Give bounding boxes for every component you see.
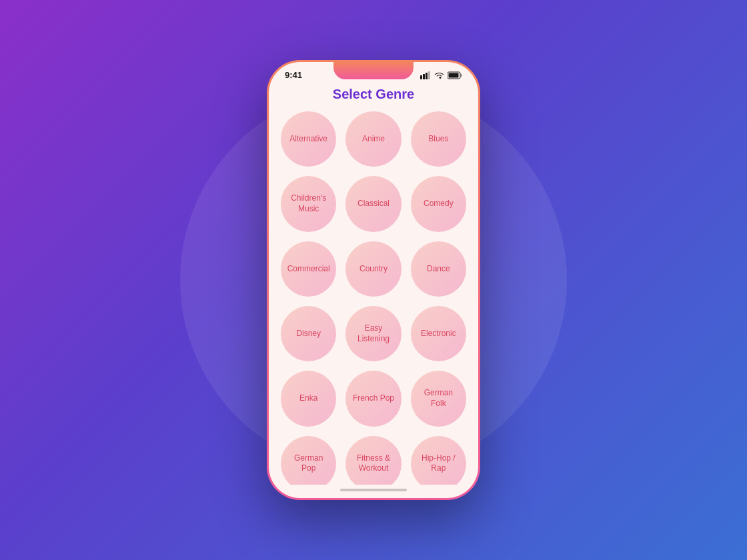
genre-item-hip-hop-rap[interactable]: Hip-Hop / Rap xyxy=(411,436,466,485)
genre-item-fitness-workout[interactable]: Fitness & Workout xyxy=(345,436,401,485)
genre-item-enka[interactable]: Enka xyxy=(281,371,336,426)
genre-item-german-pop[interactable]: German Pop xyxy=(281,436,336,485)
genre-label-classical: Classical xyxy=(357,199,390,209)
home-indicator xyxy=(340,489,407,491)
svg-rect-1 xyxy=(423,74,425,79)
genre-label-comedy: Comedy xyxy=(424,199,454,209)
genre-label-hip-hop-rap: Hip-Hop / Rap xyxy=(416,453,461,474)
genre-label-fitness-workout: Fitness & Workout xyxy=(351,453,396,474)
genre-item-german-folk[interactable]: German Folk xyxy=(411,371,466,426)
genre-label-childrens-music: Children's Music xyxy=(286,193,331,214)
status-icons xyxy=(420,71,462,79)
genre-item-classical[interactable]: Classical xyxy=(345,176,401,231)
signal-icon xyxy=(420,71,431,79)
genre-label-anime: Anime xyxy=(362,134,385,145)
genre-item-commercial[interactable]: Commercial xyxy=(281,241,336,297)
genre-label-german-pop: German Pop xyxy=(286,453,331,474)
genre-label-country: Country xyxy=(359,264,388,275)
genres-scroll-area[interactable]: AlternativeAnimeBluesChildren's MusicCla… xyxy=(269,111,478,485)
genre-label-french-pop: French Pop xyxy=(353,393,394,404)
genre-label-german-folk: German Folk xyxy=(416,388,461,409)
svg-rect-3 xyxy=(428,71,430,79)
page-title: Select Genre xyxy=(269,80,478,111)
genre-label-easy-listening: Easy Listening xyxy=(351,323,396,344)
status-time: 9:41 xyxy=(285,70,302,80)
genre-label-commercial: Commercial xyxy=(287,264,330,275)
svg-rect-0 xyxy=(420,75,422,79)
genre-item-childrens-music[interactable]: Children's Music xyxy=(281,176,336,231)
battery-icon xyxy=(448,71,462,79)
genre-item-disney[interactable]: Disney xyxy=(281,306,336,361)
genre-label-blues: Blues xyxy=(428,134,448,145)
phone-notch xyxy=(333,62,414,79)
genre-item-alternative[interactable]: Alternative xyxy=(281,111,336,167)
genre-item-dance[interactable]: Dance xyxy=(411,241,466,297)
svg-rect-6 xyxy=(461,74,462,77)
genre-item-french-pop[interactable]: French Pop xyxy=(345,371,401,426)
genre-item-easy-listening[interactable]: Easy Listening xyxy=(345,306,401,361)
genre-item-blues[interactable]: Blues xyxy=(411,111,466,167)
genre-label-disney: Disney xyxy=(296,329,321,339)
svg-rect-5 xyxy=(449,73,459,77)
phone-mockup: 9:41 xyxy=(267,60,480,500)
phone-screen: 9:41 xyxy=(269,62,478,498)
genre-item-anime[interactable]: Anime xyxy=(345,111,401,167)
genre-item-country[interactable]: Country xyxy=(345,241,401,297)
genres-grid: AlternativeAnimeBluesChildren's MusicCla… xyxy=(281,111,466,485)
svg-rect-2 xyxy=(426,73,428,79)
genre-item-comedy[interactable]: Comedy xyxy=(411,176,466,231)
phone-frame: 9:41 xyxy=(267,60,480,500)
genre-label-electronic: Electronic xyxy=(421,329,456,339)
genre-label-alternative: Alternative xyxy=(289,134,327,145)
genre-label-dance: Dance xyxy=(427,264,450,275)
wifi-icon xyxy=(434,71,444,79)
genre-item-electronic[interactable]: Electronic xyxy=(411,306,466,361)
genre-label-enka: Enka xyxy=(299,393,317,404)
